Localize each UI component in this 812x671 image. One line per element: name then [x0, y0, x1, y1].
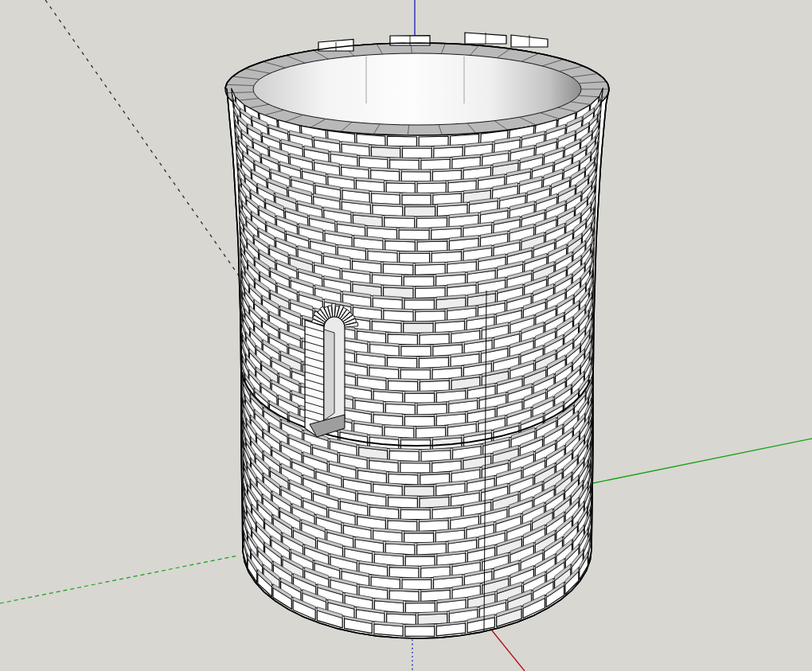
sketchup-viewport[interactable] — [0, 0, 812, 671]
window-reveal — [324, 330, 334, 420]
tower-model[interactable] — [225, 33, 609, 638]
tower-interior — [253, 53, 581, 125]
scene-canvas[interactable] — [0, 0, 812, 671]
